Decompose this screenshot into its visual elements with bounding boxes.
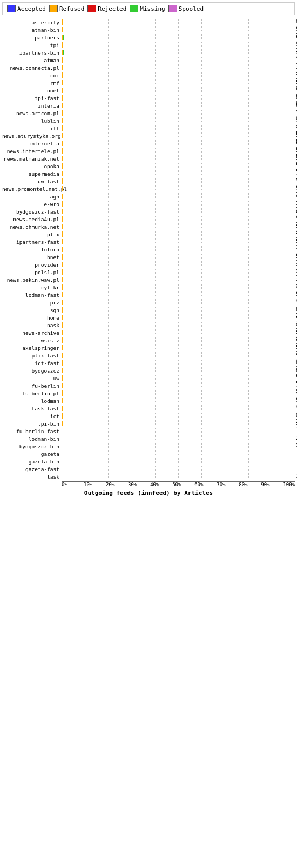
row-label: interia <box>2 102 62 109</box>
bar-numbers: 22 <box>295 435 297 441</box>
bar-segment-refused <box>62 118 63 123</box>
stacked-bar <box>62 443 62 449</box>
bar-area: 52925292 <box>62 148 295 154</box>
table-row: internetia629755723 <box>2 140 295 147</box>
stacked-bar <box>62 50 64 55</box>
table-row: ipartners-fast563421443 <box>2 238 295 246</box>
legend-color <box>130 5 138 12</box>
table-row: e-wro308053303 <box>2 200 295 208</box>
bar-area: 45790209 <box>62 322 295 328</box>
stacked-bar <box>62 141 63 146</box>
row-label: cyf-kr <box>2 284 62 291</box>
stacked-bar <box>62 57 63 63</box>
row-label: atman-bin <box>2 26 62 34</box>
legend-label: Rejected <box>98 5 126 12</box>
bar-segment-refused <box>62 406 63 411</box>
legend-item: Accepted <box>7 5 46 12</box>
row-label: tpi-fast <box>2 95 62 102</box>
table-row: uw-fast361744881 <box>2 177 295 185</box>
stacked-bar <box>62 322 63 328</box>
x-axis: 0%10%20%30%40%50%60%70%80%90%100% <box>62 481 295 487</box>
bar-segment-refused <box>62 95 63 101</box>
bar-segment-refused <box>62 141 63 146</box>
table-row: futuro339871360 <box>2 246 295 253</box>
bar-area: 33713 <box>62 420 295 427</box>
row-label: bydgoszcz <box>2 367 62 374</box>
stacked-bar <box>62 216 63 222</box>
stacked-bar <box>62 360 63 366</box>
stacked-bar <box>62 307 63 313</box>
stacked-bar <box>62 474 62 479</box>
bar-area: 8671124 <box>62 360 295 366</box>
table-row: bydgoszcz-fast298172994 <box>2 208 295 215</box>
table-row: news.artcom.pl343796373 <box>2 109 295 117</box>
stacked-bar <box>62 254 63 260</box>
bar-segment-refused <box>62 88 63 93</box>
stacked-bar <box>62 262 63 267</box>
bar-segment-refused <box>62 110 63 116</box>
row-label: provider <box>2 261 62 268</box>
stacked-bar <box>62 201 63 207</box>
bar-area: 942 <box>62 413 295 419</box>
row-label: news.netmaniak.net <box>2 155 62 162</box>
row-label: ipartners <box>2 34 62 41</box>
row-label: news.media4u.pl <box>2 216 62 223</box>
bar-area: 54415082 <box>62 163 295 169</box>
bar-area: 298172994 <box>62 208 295 215</box>
bar-area: 29898437 <box>62 284 295 290</box>
table-row: news.media4u.pl306992174 <box>2 215 295 223</box>
bar-segment-refused <box>62 383 63 388</box>
row-label: internetia <box>2 140 62 147</box>
bar-segment-refused <box>62 231 63 237</box>
table-row: news.intertele.pl52925292 <box>2 147 295 155</box>
row-label: gazeta-fast <box>2 466 62 473</box>
bar-segment-refused <box>62 171 63 176</box>
bar-area: 91955159 <box>62 352 295 359</box>
table-row: axelspringer5359170 <box>2 344 295 352</box>
row-label: ict <box>2 413 62 420</box>
bar-area: 4886233 <box>62 314 295 321</box>
table-row: gazeta-bin <box>2 458 295 465</box>
table-row: supermedia721234903 <box>2 170 295 177</box>
bar-area: 22 <box>62 435 295 442</box>
x-axis-label: 0% <box>62 482 84 487</box>
table-row: atman-bin1202152361205 <box>2 26 295 34</box>
bar-segment-refused <box>62 330 63 335</box>
bar-area: 3043930237 <box>62 64 295 71</box>
bar-segment-refused <box>62 209 63 214</box>
stacked-bar <box>62 88 63 93</box>
stacked-bar <box>62 186 63 191</box>
bar-segment-rejected <box>63 247 63 252</box>
bar-area: 563421443 <box>62 238 295 245</box>
stacked-bar <box>62 337 63 343</box>
stacked-bar <box>62 269 63 275</box>
bar-area: 5844200 <box>62 329 295 336</box>
x-axis-label: 70% <box>217 482 239 487</box>
table-row: gazeta-fast <box>2 465 295 473</box>
table-row: astercity894745433379 <box>2 18 295 26</box>
table-row: fu-berlin704354 <box>2 382 295 389</box>
row-label: news-archive <box>2 329 62 336</box>
row-label: sgh <box>2 307 62 314</box>
bar-segment-refused <box>62 178 63 184</box>
row-label: fu-berlin <box>2 382 62 389</box>
bar-numbers: 22 <box>295 443 297 449</box>
stacked-bar <box>62 163 63 169</box>
x-axis-label: 100% <box>283 482 295 487</box>
table-row: tpi1120089203244 <box>2 41 295 49</box>
bar-segment-refused <box>62 300 63 305</box>
bar-area: 100642 <box>62 397 295 404</box>
bar-area: 306992174 <box>62 216 295 222</box>
bar-segment-refused <box>62 186 63 191</box>
table-row: cyf-kr29898437 <box>2 283 295 291</box>
row-label: axelspringer <box>2 344 62 352</box>
stacked-bar <box>62 178 63 184</box>
stacked-bar <box>62 209 63 214</box>
table-row: bnet55591288 <box>2 253 295 261</box>
bar-area: 31635799 <box>62 261 295 268</box>
legend-label: Spooled <box>179 5 204 12</box>
stacked-bar <box>62 345 63 350</box>
bar-area: 609067510 <box>62 102 295 109</box>
bar-area: 11 <box>62 473 295 480</box>
bar-segment-refused <box>62 368 63 373</box>
